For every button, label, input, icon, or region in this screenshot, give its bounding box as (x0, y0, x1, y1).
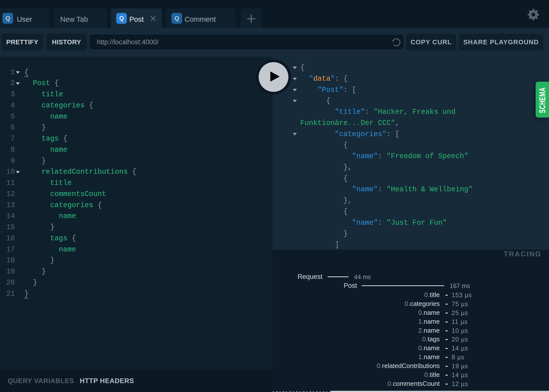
svg-text:SCHEMA: SCHEMA (537, 87, 547, 113)
